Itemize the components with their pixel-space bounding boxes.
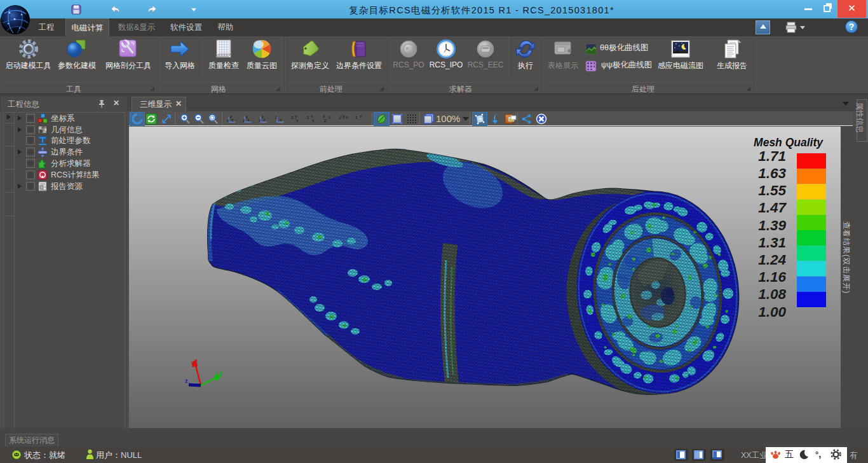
- svg-text:v: v: [360, 114, 362, 118]
- svg-text:1.08: 1.08: [758, 286, 786, 302]
- svg-text:y: y: [342, 114, 345, 119]
- svg-text:y: y: [219, 370, 222, 376]
- svg-text:1.00: 1.00: [758, 304, 786, 320]
- svg-text:v: v: [280, 118, 282, 122]
- svg-text:z: z: [339, 115, 342, 120]
- svg-text:z: z: [275, 115, 278, 120]
- svg-text:Mesh Quality: Mesh Quality: [754, 136, 824, 149]
- svg-text:v: v: [311, 114, 313, 118]
- svg-text:1.71: 1.71: [758, 148, 786, 164]
- svg-text:1.63: 1.63: [758, 165, 786, 181]
- svg-text:1.55: 1.55: [758, 183, 786, 198]
- svg-text:z: z: [243, 118, 245, 123]
- svg-text:x: x: [247, 118, 250, 122]
- svg-text:z: z: [263, 118, 266, 122]
- svg-text:z: z: [291, 115, 294, 120]
- svg-text:z: z: [231, 118, 234, 122]
- svg-text:1.16: 1.16: [758, 269, 786, 285]
- svg-text:x: x: [346, 115, 348, 120]
- svg-text:x: x: [191, 359, 194, 366]
- svg-text:1.47: 1.47: [758, 200, 787, 216]
- svg-text:x: x: [312, 118, 315, 123]
- svg-text:z: z: [355, 115, 358, 120]
- svg-text:x: x: [227, 118, 229, 123]
- svg-text:1.24: 1.24: [758, 252, 786, 268]
- svg-text:1.31: 1.31: [758, 235, 786, 251]
- svg-text:1.39: 1.39: [758, 218, 786, 233]
- svg-text:z: z: [185, 378, 188, 384]
- svg-text:x: x: [259, 118, 261, 123]
- svg-text:z: z: [324, 118, 327, 123]
- svg-text:x: x: [329, 115, 331, 120]
- svg-text:z: z: [307, 115, 309, 120]
- svg-text:x: x: [296, 118, 299, 123]
- svg-text:v: v: [323, 114, 325, 118]
